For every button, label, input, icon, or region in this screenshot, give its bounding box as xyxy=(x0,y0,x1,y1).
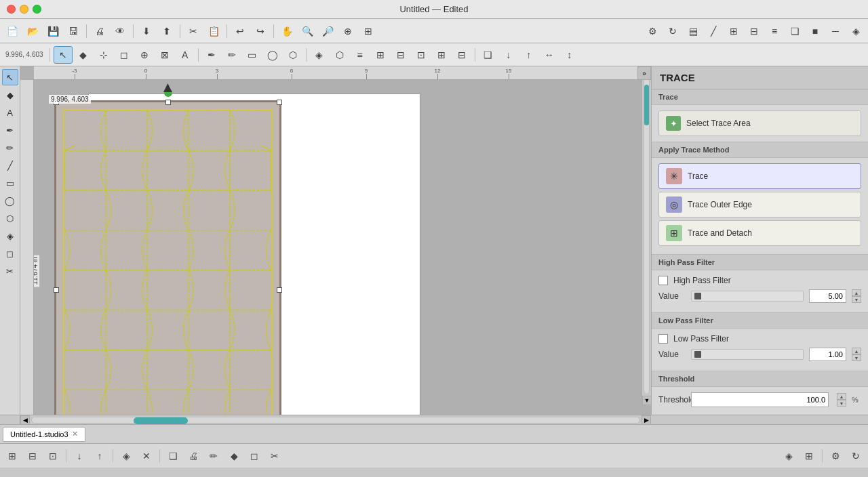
line-style[interactable]: ─ xyxy=(826,22,845,40)
tab-untitled[interactable]: Untitled-1.studio3 ✕ xyxy=(3,427,85,442)
open-button[interactable]: 📂 xyxy=(23,22,42,40)
low-pass-checkbox[interactable] xyxy=(658,334,668,344)
threshold-up[interactable]: ▲ xyxy=(837,393,846,400)
zoom-fit-button[interactable]: ⊕ xyxy=(338,22,357,40)
tab-close-button[interactable]: ✕ xyxy=(72,430,78,438)
print-button[interactable]: 🖨 xyxy=(90,22,109,40)
vertical-scrollbar[interactable]: ▲ ▼ xyxy=(642,66,651,405)
zoom-in-button[interactable]: 🔍 xyxy=(298,22,317,40)
weld-tool[interactable]: ⊞ xyxy=(724,22,743,40)
align-btn2[interactable]: ≡ xyxy=(351,46,370,64)
text-tool[interactable]: A xyxy=(176,46,195,64)
pencil-tool-side[interactable]: ✏ xyxy=(2,140,18,156)
low-pass-down[interactable]: ▼ xyxy=(852,354,861,361)
pen-tool[interactable]: ✒ xyxy=(202,46,221,64)
intersect-btn[interactable]: ⊡ xyxy=(412,46,431,64)
select-tool[interactable]: ↖ xyxy=(54,46,73,64)
handle-tc[interactable] xyxy=(165,100,171,105)
low-pass-slider-thumb[interactable] xyxy=(694,351,701,358)
zoom-out-button[interactable]: 🔎 xyxy=(318,22,337,40)
trace-method-trace[interactable]: ✳ Trace xyxy=(658,163,861,189)
arrange-tool[interactable]: ▤ xyxy=(684,22,703,40)
rect-tool-side[interactable]: ▭ xyxy=(2,175,18,191)
print-preview-button[interactable]: 👁 xyxy=(111,22,130,40)
node-tool[interactable]: ◆ xyxy=(74,46,93,64)
ungroup-btn[interactable]: ⊟ xyxy=(452,46,471,64)
fill-btn2[interactable]: ◈ xyxy=(310,46,329,64)
ellipse-tool[interactable]: ◯ xyxy=(263,46,282,64)
hscroll-left[interactable]: ◀ xyxy=(20,415,30,425)
bring-front-btn[interactable]: ↑ xyxy=(519,46,538,64)
hscroll-track[interactable] xyxy=(31,417,640,423)
cutting-mat[interactable]: 11.674 in ▲ xyxy=(54,100,281,415)
minimize-button[interactable] xyxy=(20,5,28,14)
eraser-tool-side[interactable]: ◻ xyxy=(2,245,18,262)
fill-tool[interactable]: ■ xyxy=(806,22,825,40)
mirror-v-btn[interactable]: ↕ xyxy=(560,46,579,64)
contour-btn[interactable]: ⊞ xyxy=(800,447,818,465)
settings-btn2[interactable]: ↻ xyxy=(846,447,865,465)
bring-front-bottom[interactable]: ↑ xyxy=(90,447,109,465)
pencil-tool[interactable]: ✏ xyxy=(222,46,241,64)
hscroll-thumb[interactable] xyxy=(134,417,188,424)
close-button[interactable] xyxy=(7,5,16,14)
layers-btn2[interactable]: ❑ xyxy=(479,46,498,64)
select-all-btn[interactable]: ⊞ xyxy=(3,447,22,465)
send-back-bottom[interactable]: ↓ xyxy=(70,447,89,465)
new-button[interactable]: 📄 xyxy=(3,22,22,40)
select-tool-side[interactable]: ↖ xyxy=(2,69,18,85)
handle-mr[interactable] xyxy=(277,287,282,293)
high-pass-checkbox[interactable] xyxy=(658,276,668,285)
canvas-expand-button[interactable]: » xyxy=(637,66,651,80)
settings-btn1[interactable]: ⚙ xyxy=(826,447,845,465)
polygon-tool-side[interactable]: ⬡ xyxy=(2,210,18,226)
vscroll-track[interactable] xyxy=(644,77,650,394)
line-tool-side[interactable]: ╱ xyxy=(2,157,18,173)
low-pass-slider[interactable] xyxy=(691,349,804,360)
low-pass-up[interactable]: ▲ xyxy=(852,348,861,354)
rect-tool[interactable]: ▭ xyxy=(243,46,262,64)
eraser-btn-bottom[interactable]: ◻ xyxy=(245,447,264,465)
hscroll-right[interactable]: ▶ xyxy=(642,415,651,425)
copy-button[interactable]: 📋 xyxy=(204,22,223,40)
high-pass-slider-thumb[interactable] xyxy=(694,293,701,299)
high-pass-input[interactable] xyxy=(809,289,846,303)
trace-method-detach[interactable]: ⊞ Trace and Detach xyxy=(658,220,861,246)
send-back-btn[interactable]: ↓ xyxy=(499,46,518,64)
fill-tool-side[interactable]: ◈ xyxy=(2,228,18,244)
threshold-input[interactable] xyxy=(691,392,829,407)
crop-tool[interactable]: ⊹ xyxy=(94,46,113,64)
select-group-btn[interactable]: ⊟ xyxy=(23,447,42,465)
mirror-h-btn[interactable]: ↔ xyxy=(540,46,559,64)
trace-method-outer-edge[interactable]: ◎ Trace Outer Edge xyxy=(658,192,861,217)
pan-button[interactable]: ✋ xyxy=(277,22,296,40)
arrange-btn-bottom[interactable]: ❑ xyxy=(163,447,182,465)
align-tool[interactable]: ≡ xyxy=(765,22,784,40)
color-picker[interactable]: ⊠ xyxy=(155,46,174,64)
save-button[interactable]: 💾 xyxy=(43,22,62,40)
style-tool[interactable]: ◈ xyxy=(846,22,865,40)
vscroll-thumb[interactable] xyxy=(644,85,649,125)
handle-ml[interactable] xyxy=(54,287,59,293)
knife-tool-side[interactable]: ✂ xyxy=(2,263,18,279)
high-pass-down[interactable]: ▼ xyxy=(852,296,861,303)
low-pass-input[interactable] xyxy=(809,348,846,361)
group-btn2[interactable]: ⊞ xyxy=(432,46,451,64)
3d-btn[interactable]: ⬡ xyxy=(330,46,349,64)
navigate-button[interactable]: ⊞ xyxy=(359,22,378,40)
select-trace-area-button[interactable]: ✦ Select Trace Area xyxy=(658,110,861,136)
trace-btn-bottom[interactable]: ◈ xyxy=(117,447,136,465)
knife-tool[interactable]: ⚙ xyxy=(643,22,662,40)
knife-btn-bottom[interactable]: ✂ xyxy=(265,447,284,465)
vscroll-down[interactable]: ▼ xyxy=(642,396,651,405)
eraser-tool[interactable]: ◻ xyxy=(115,46,134,64)
node-edit[interactable]: ╱ xyxy=(704,22,723,40)
polygon-tool[interactable]: ⬡ xyxy=(283,46,302,64)
print-cut-btn[interactable]: 🖨 xyxy=(184,447,203,465)
high-pass-up[interactable]: ▲ xyxy=(852,289,861,296)
import-button[interactable]: ⬇ xyxy=(137,22,156,40)
cut-button[interactable]: ✂ xyxy=(184,22,203,40)
canvas-content[interactable]: 11.674 in ▲ xyxy=(34,80,651,415)
text-tool-side[interactable]: A xyxy=(2,104,18,121)
maximize-button[interactable] xyxy=(33,5,41,14)
